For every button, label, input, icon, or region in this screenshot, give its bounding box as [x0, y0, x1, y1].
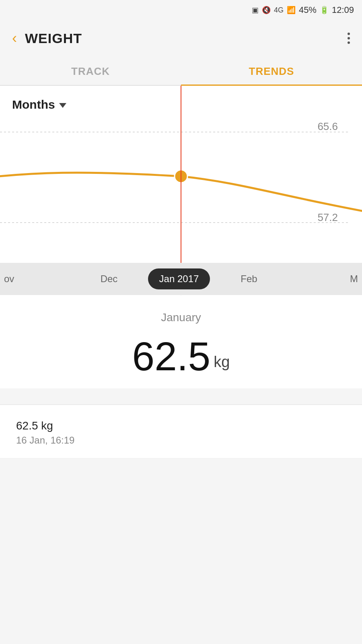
xaxis-mar[interactable]: M [284, 273, 362, 285]
detail-weight-unit: kg [214, 353, 230, 371]
chevron-down-icon [59, 103, 66, 108]
entry-date: 16 Jan, 16:19 [16, 435, 346, 446]
weight-chart: 65.6 57.2 [0, 86, 362, 263]
signal-icon: 📶 [287, 6, 296, 14]
header: ‹ WEIGHT [0, 20, 362, 56]
detail-area: January 62.5 kg [0, 295, 362, 388]
xaxis-nov[interactable]: ov [0, 273, 74, 285]
page-title: WEIGHT [25, 31, 82, 46]
battery-icon: 🔋 [320, 6, 329, 14]
period-dropdown[interactable]: Months [12, 98, 66, 111]
status-bar: ▣ 🔇 4G 📶 45% 🔋 12:09 [0, 0, 362, 20]
battery-percentage: 45% [299, 5, 317, 15]
period-label: Months [12, 98, 55, 111]
svg-text:65.6: 65.6 [317, 120, 338, 132]
back-button[interactable]: ‹ [12, 30, 17, 47]
entry-weight: 62.5 kg [16, 419, 346, 432]
svg-text:57.2: 57.2 [317, 211, 338, 223]
xaxis-bar[interactable]: ov Dec Jan 2017 Feb M [0, 263, 362, 295]
dot3 [348, 41, 350, 44]
selected-month-pill: Jan 2017 [148, 268, 210, 289]
mute-icon: 🔇 [262, 6, 271, 14]
xaxis-jan[interactable]: Jan 2017 [144, 268, 214, 289]
4g-icon: 4G [274, 6, 284, 14]
sd-icon: ▣ [252, 6, 259, 14]
clock: 12:09 [332, 5, 354, 15]
detail-weight-value: 62.5 [132, 336, 211, 376]
chart-container: Months 65.6 57.2 [0, 86, 362, 263]
detail-month: January [0, 311, 362, 324]
tab-track[interactable]: TRACK [0, 56, 181, 85]
tab-trends[interactable]: TRENDS [181, 56, 362, 85]
dot1 [348, 33, 350, 35]
detail-weight-wrap: 62.5 kg [0, 336, 362, 376]
selection-triangle [175, 290, 187, 295]
entries-section: 62.5 kg 16 Jan, 16:19 [0, 405, 362, 458]
xaxis-dec[interactable]: Dec [74, 273, 144, 285]
xaxis-feb[interactable]: Feb [214, 273, 284, 285]
more-menu-button[interactable] [348, 33, 350, 44]
dot2 [348, 37, 350, 39]
entry-row: 62.5 kg 16 Jan, 16:19 [0, 405, 362, 458]
bottom-spacer [0, 458, 362, 483]
tab-bar: TRACK TRENDS [0, 56, 362, 86]
